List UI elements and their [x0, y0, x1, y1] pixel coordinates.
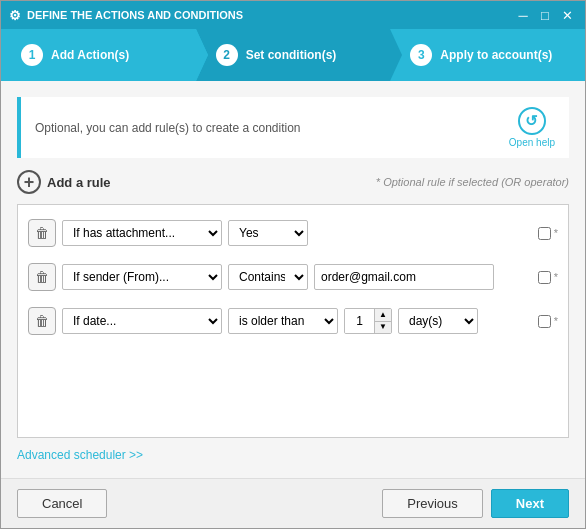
rule-row-2: 🗑 If sender (From)... Contains Does not … [24, 257, 562, 297]
help-label: Open help [509, 137, 555, 148]
info-box: Optional, you can add rule(s) to create … [17, 97, 569, 158]
cancel-button[interactable]: Cancel [17, 489, 107, 518]
step-1-number: 1 [21, 44, 43, 66]
rule-1-optional: * [538, 227, 558, 240]
delete-rule-2-button[interactable]: 🗑 [28, 263, 56, 291]
optional-note: * Optional rule if selected (OR operator… [376, 176, 569, 188]
add-rule-label: Add a rule [47, 175, 111, 190]
trash-icon-3: 🗑 [35, 313, 49, 329]
rule-3-optional-star: * [554, 315, 558, 327]
previous-button[interactable]: Previous [382, 489, 483, 518]
trash-icon-2: 🗑 [35, 269, 49, 285]
next-button[interactable]: Next [491, 489, 569, 518]
rule-1-condition-select[interactable]: If has attachment... [62, 220, 222, 246]
main-window: ⚙ DEFINE THE ACTIONS AND CONDITIONS ─ □ … [0, 0, 586, 529]
main-content: Optional, you can add rule(s) to create … [1, 81, 585, 478]
rule-2-operator-select[interactable]: Contains Does not contain Equals [228, 264, 308, 290]
delete-rule-3-button[interactable]: 🗑 [28, 307, 56, 335]
rule-3-spinner-input[interactable] [345, 309, 375, 333]
step-3-label: Apply to account(s) [440, 48, 552, 62]
rule-3-optional-checkbox[interactable] [538, 315, 551, 328]
rule-3-operator-select[interactable]: is older than is newer than [228, 308, 338, 334]
spinner-buttons: ▲ ▼ [375, 309, 391, 333]
title-bar: ⚙ DEFINE THE ACTIONS AND CONDITIONS ─ □ … [1, 1, 585, 29]
maximize-button[interactable]: □ [535, 6, 555, 24]
step-2-number: 2 [216, 44, 238, 66]
open-help-button[interactable]: ↺ Open help [509, 107, 555, 148]
spinner-up-button[interactable]: ▲ [375, 309, 391, 322]
rules-box: 🗑 If has attachment... Yes No * 🗑 [17, 204, 569, 438]
rule-2-condition-select[interactable]: If sender (From)... [62, 264, 222, 290]
add-rule-button[interactable]: + Add a rule [17, 170, 111, 194]
info-text: Optional, you can add rule(s) to create … [35, 121, 301, 135]
rule-1-optional-star: * [554, 227, 558, 239]
rule-row-1: 🗑 If has attachment... Yes No * [24, 213, 562, 253]
step-1-label: Add Action(s) [51, 48, 129, 62]
minimize-button[interactable]: ─ [513, 6, 533, 24]
rule-2-optional-checkbox[interactable] [538, 271, 551, 284]
step-2[interactable]: 2 Set condition(s) [196, 29, 391, 81]
close-button[interactable]: ✕ [557, 6, 577, 24]
footer-right: Previous Next [382, 489, 569, 518]
rule-2-optional-star: * [554, 271, 558, 283]
add-rule-row: + Add a rule * Optional rule if selected… [17, 170, 569, 194]
window-controls: ─ □ ✕ [513, 6, 577, 24]
delete-rule-1-button[interactable]: 🗑 [28, 219, 56, 247]
rule-2-value-input[interactable] [314, 264, 494, 290]
window-icon: ⚙ [9, 8, 21, 23]
plus-icon: + [17, 170, 41, 194]
advanced-scheduler-link[interactable]: Advanced scheduler >> [17, 448, 569, 462]
rule-3-condition-select[interactable]: If date... [62, 308, 222, 334]
step-3-number: 3 [410, 44, 432, 66]
steps-bar: 1 Add Action(s) 2 Set condition(s) 3 App… [1, 29, 585, 81]
step-1[interactable]: 1 Add Action(s) [1, 29, 196, 81]
window-title: DEFINE THE ACTIONS AND CONDITIONS [27, 9, 243, 21]
step-3[interactable]: 3 Apply to account(s) [390, 29, 585, 81]
spinner-down-button[interactable]: ▼ [375, 322, 391, 334]
rule-row-3: 🗑 If date... is older than is newer than… [24, 301, 562, 341]
step-2-label: Set condition(s) [246, 48, 337, 62]
help-icon: ↺ [518, 107, 546, 135]
rule-3-optional: * [538, 315, 558, 328]
rule-2-optional: * [538, 271, 558, 284]
rule-3-unit-select[interactable]: day(s) week(s) month(s) [398, 308, 478, 334]
footer: Cancel Previous Next [1, 478, 585, 528]
rule-1-operator-select[interactable]: Yes No [228, 220, 308, 246]
rule-1-optional-checkbox[interactable] [538, 227, 551, 240]
rule-3-spinner: ▲ ▼ [344, 308, 392, 334]
trash-icon: 🗑 [35, 225, 49, 241]
